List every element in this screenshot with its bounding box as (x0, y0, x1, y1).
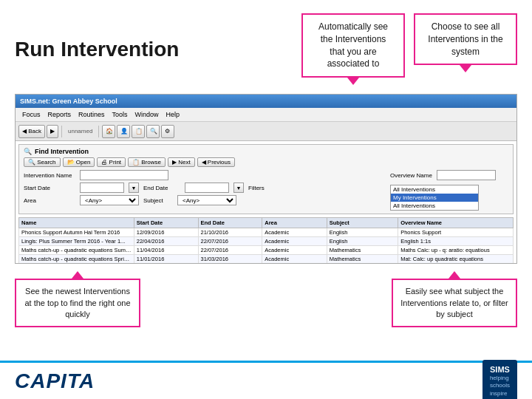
sims-toolbar: ◀ Back ▶ unnamed 🏠 👤 📋 🔍 ⚙ (16, 122, 516, 141)
browse-button[interactable]: 📋 Browse (128, 157, 166, 167)
sims-title-text: SIMS.net: Green Abbey School (20, 98, 117, 105)
sims-label: SIMS (490, 364, 510, 375)
table-cell: Maths catch-up - quadratic equations Sum… (19, 246, 134, 255)
table-row[interactable]: Phonics Support Autumn Hal Term 201612/0… (19, 228, 514, 237)
capita-logo: CAPITA (15, 369, 95, 393)
bottom-section: See the newest Interventions at the top … (0, 264, 532, 335)
col-start-date: Start Date (134, 218, 198, 228)
footer: CAPITA SIMS helpingschoolsinspire (0, 361, 532, 399)
right-arrow-up (449, 271, 460, 279)
end-date-picker[interactable]: ▼ (233, 183, 244, 193)
area-label: Area (24, 197, 75, 204)
search-button[interactable]: 🔍 Search (24, 157, 61, 167)
table-cell: 21/10/2016 (198, 228, 262, 237)
table-cell: 22/07/2016 (198, 246, 262, 255)
print-button[interactable]: 🖨 Print (97, 157, 126, 167)
col-area: Area (262, 218, 327, 228)
results-area: Name Start Date End Date Area Subject Ov… (18, 217, 514, 264)
table-cell: Mathematics (327, 246, 398, 255)
table-cell: Mathematics (327, 255, 398, 264)
table-row[interactable]: Maths catch-up - quadratic equations Sum… (19, 246, 514, 255)
toolbar-icon2[interactable]: 👤 (117, 125, 130, 138)
menu-routines[interactable]: Routines (75, 109, 109, 120)
previous-button[interactable]: ◀ Previous (197, 157, 235, 167)
table-cell: Phonics Support Autumn Hal Term 2016 (19, 228, 134, 237)
table-cell: Academic (262, 237, 327, 246)
table-cell: 22/07/2016 (198, 237, 262, 246)
find-panel-title: 🔍 Find Intervention (24, 148, 508, 155)
sims-sub: helpingschoolsinspire (490, 375, 510, 398)
area-select[interactable]: <Any> (80, 195, 139, 205)
table-cell: Lingls: Plus Summer Term 2016 - Year 1..… (19, 237, 134, 246)
toolbar-icon5[interactable]: ⚙ (161, 125, 174, 138)
intervention-name-row: Intervention Name (24, 170, 384, 180)
toolbar-icon4[interactable]: 🔍 (146, 125, 160, 138)
date-row: Start Date ▼ End Date ▼ Filters (24, 183, 384, 193)
start-date-picker[interactable]: ▼ (129, 183, 139, 193)
page-title: Run Intervention (15, 38, 179, 61)
overview-name-label: Overview Name (390, 172, 432, 179)
toolbar-icon1[interactable]: 🏠 (102, 125, 115, 138)
left-bottom-callout: See the newest Interventions at the top … (15, 279, 140, 327)
intervention-name-label: Intervention Name (24, 172, 75, 179)
menu-tools[interactable]: Tools (109, 109, 132, 120)
table-cell: Academic (262, 255, 327, 264)
open-button[interactable]: 📂 Open (63, 157, 95, 167)
toolbar-forward[interactable]: ▶ (47, 125, 58, 138)
col-overview: Overview Name (398, 218, 514, 228)
callout-area: Automatically see the Interventions that… (301, 13, 517, 85)
all-callout-arrow (460, 65, 471, 72)
menu-window[interactable]: Window (132, 109, 163, 120)
table-cell: 31/03/2016 (198, 255, 262, 264)
filter-dropdown[interactable]: All Interventions My Interventions All I… (390, 185, 479, 211)
table-row[interactable]: Lingls: Plus Summer Term 2016 - Year 1..… (19, 237, 514, 246)
toolbar-back[interactable]: ◀ Back (18, 125, 45, 138)
filter-all-interventions-top[interactable]: All Interventions (391, 185, 478, 194)
table-cell: Maths catch-up - quadratic equations Spr… (19, 255, 134, 264)
table-cell: 22/04/2016 (134, 237, 198, 246)
area-row: Area <Any> Subject <Any> (24, 195, 384, 205)
col-name: Name (19, 218, 134, 228)
toolbar-breadcrumb: unnamed (65, 128, 95, 134)
right-bottom-callout: Easily see what subject the Intervention… (392, 279, 517, 327)
sims-menubar[interactable]: Focus Reports Routines Tools Window Help (16, 108, 516, 122)
col-end-date: End Date (198, 218, 262, 228)
overview-name-input[interactable] (437, 170, 496, 180)
filters-label: Filters (248, 185, 270, 191)
find-panel: 🔍 Find Intervention 🔍 Search 📂 Open 🖨 Pr… (18, 144, 514, 214)
overview-name-row: Overview Name (390, 170, 508, 180)
table-cell: Academic (262, 228, 327, 237)
toolbar-icon3[interactable]: 📋 (132, 125, 145, 138)
sims-window: SIMS.net: Green Abbey School Focus Repor… (15, 94, 517, 264)
table-cell: 11/04/2016 (134, 246, 198, 255)
subject-select[interactable]: <Any> (177, 195, 236, 205)
filter-my-interventions[interactable]: My Interventions (391, 194, 478, 202)
end-date-label: End Date (143, 185, 180, 191)
table-cell: Phonics Support (398, 228, 514, 237)
table-row[interactable]: Maths catch-up - quadratic equations Spr… (19, 255, 514, 264)
table-cell: Maths Calc: up - q: aratio: equatious (398, 246, 514, 255)
menu-help[interactable]: Help (163, 109, 184, 120)
menu-focus[interactable]: Focus (18, 109, 44, 120)
table-cell: English (327, 228, 398, 237)
left-callout-wrapper: See the newest Interventions at the top … (15, 271, 140, 327)
table-cell: Mat: Calc: up quadratic equations (398, 255, 514, 264)
all-callout: Choose to see all Interventions in the s… (414, 13, 517, 65)
table-cell: 12/09/2016 (134, 228, 198, 237)
start-date-input[interactable] (80, 183, 124, 193)
filter-all-interventions-bottom[interactable]: All Interventions (391, 202, 478, 210)
find-panel-toolbar: 🔍 Search 📂 Open 🖨 Print 📋 Browse ▶ Next … (24, 157, 508, 167)
menu-reports[interactable]: Reports (44, 109, 75, 120)
page-header: Run Intervention Automatically see the I… (0, 0, 532, 94)
table-cell: 11/01/2016 (134, 255, 198, 264)
table-cell: English 1:1s (398, 237, 514, 246)
next-button[interactable]: ▶ Next (168, 157, 195, 167)
sims-badge: SIMS helpingschoolsinspire (482, 360, 517, 399)
auto-callout: Automatically see the Interventions that… (301, 13, 405, 78)
table-cell: Academic (262, 246, 327, 255)
toolbar-sep2 (98, 126, 99, 137)
intervention-name-input[interactable] (80, 170, 168, 180)
end-date-input[interactable] (185, 183, 229, 193)
toolbar-sep1 (61, 126, 62, 137)
start-date-label: Start Date (24, 185, 75, 191)
